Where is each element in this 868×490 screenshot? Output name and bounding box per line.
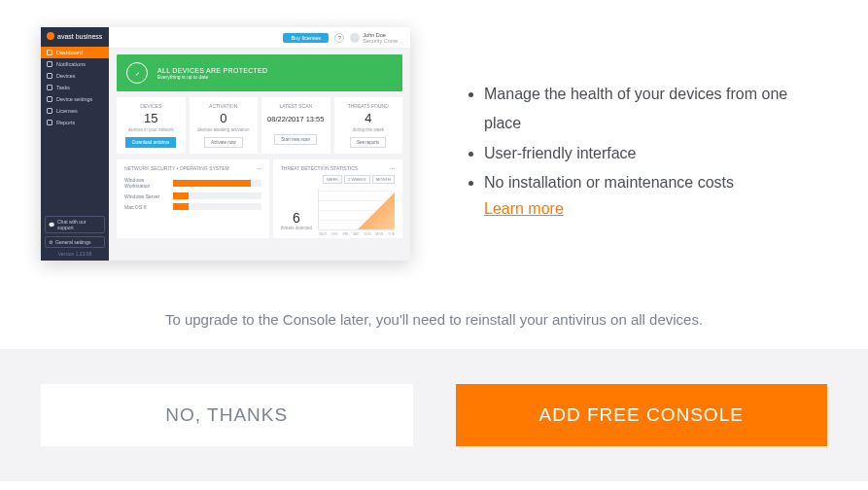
key-icon <box>47 108 52 114</box>
bell-icon <box>47 61 52 67</box>
version-label: Version 1.23.08 <box>45 251 105 257</box>
topbar: Buy licenses ? John Doe Security Crime..… <box>109 27 410 49</box>
brand: avast business <box>41 27 109 45</box>
chat-support-btn: 💬Chat with our support <box>45 216 105 233</box>
feature-item: User-friendly interface <box>484 139 827 168</box>
status-title: ALL DEVICES ARE PROTECTED <box>157 67 267 74</box>
stat-activation: ACTIVATION 0 devices awaiting activation… <box>190 97 259 154</box>
chat-icon: 💬 <box>49 222 54 228</box>
monitor-icon <box>47 73 52 79</box>
footer-actions: NO, THANKS ADD FREE CONSOLE <box>0 349 868 481</box>
os-row-macos: Mac OS X <box>124 203 261 210</box>
sliders-icon <box>47 96 52 102</box>
stat-devices: DEVICES 15 devices in your network Downl… <box>117 97 186 154</box>
threat-panel: THREAT DETECTION STATISTICS⋯ WEEK 2 WEEK… <box>273 159 402 238</box>
screenshot-sidebar: avast business Dashboard Notifications D… <box>41 27 109 261</box>
avast-logo-icon <box>47 32 54 40</box>
gear-icon: ⚙ <box>49 239 52 245</box>
nav-list: Dashboard Notifications Devices Tasks De… <box>41 45 109 130</box>
check-circle-icon: ✓ <box>126 62 148 84</box>
buy-licenses-btn: Buy licenses <box>283 33 329 43</box>
no-thanks-button[interactable]: NO, THANKS <box>41 384 413 446</box>
threat-count: 6 threats detected <box>281 210 312 230</box>
learn-more-link[interactable]: Learn more <box>484 200 564 217</box>
nav-tasks: Tasks <box>41 82 109 93</box>
screenshot-main: Buy licenses ? John Doe Security Crime..… <box>109 27 410 261</box>
add-console-button[interactable]: ADD FREE CONSOLE <box>456 384 828 446</box>
check-icon <box>47 85 52 90</box>
promo-column: Manage the health of your devices from o… <box>465 27 827 261</box>
stat-latest-scan: LATEST SCAN 08/22/2017 13:55 Start new s… <box>261 97 330 154</box>
os-row-windows-srv: Windows Server <box>124 192 261 199</box>
nav-reports: Reports <box>41 117 109 128</box>
nav-device-settings: Device settings <box>41 93 109 105</box>
user-menu: John Doe Security Crime... <box>350 32 402 44</box>
status-sub: Everything is up to date <box>157 74 267 80</box>
threat-chart: WED THU FRI SAT SUN MON TUE <box>318 188 395 230</box>
feature-item: Manage the health of your devices from o… <box>484 80 827 139</box>
help-icon: ? <box>334 33 344 43</box>
user-subtitle: Security Crime... <box>363 38 402 44</box>
panel-menu-icon: ⋯ <box>257 165 261 171</box>
os-row-windows-ws: Windows Workstation <box>124 177 261 189</box>
console-screenshot: avast business Dashboard Notifications D… <box>41 27 410 261</box>
panel-menu-icon: ⋯ <box>390 165 395 171</box>
brand-text: avast business <box>57 33 102 40</box>
avatar-icon <box>350 33 360 43</box>
nav-devices: Devices <box>41 70 109 82</box>
stat-row: DEVICES 15 devices in your network Downl… <box>117 97 402 154</box>
nav-notifications: Notifications <box>41 58 109 70</box>
dashboard-icon <box>47 50 52 55</box>
range-tabs: WEEK 2 WEEKS MONTH <box>281 175 395 184</box>
os-panel: NETWORK SECURITY • OPERATING SYSTEM⋯ Win… <box>117 159 269 238</box>
feature-item: No installation or maintenance costs <box>484 168 827 197</box>
feature-list: Manage the health of your devices from o… <box>465 80 827 198</box>
status-bar: ✓ ALL DEVICES ARE PROTECTED Everything i… <box>117 54 402 91</box>
upgrade-note: To upgrade to the Console later, you'll … <box>0 311 868 328</box>
panel-row: NETWORK SECURITY • OPERATING SYSTEM⋯ Win… <box>117 159 402 238</box>
stat-threats: THREATS FOUND 4 during this week See rep… <box>334 97 403 154</box>
general-settings-btn: ⚙General settings <box>45 236 105 248</box>
report-icon <box>47 120 52 125</box>
nav-licenses: Licenses <box>41 105 109 117</box>
sidebar-footer: 💬Chat with our support ⚙General settings… <box>45 216 105 257</box>
nav-dashboard: Dashboard <box>41 47 109 58</box>
